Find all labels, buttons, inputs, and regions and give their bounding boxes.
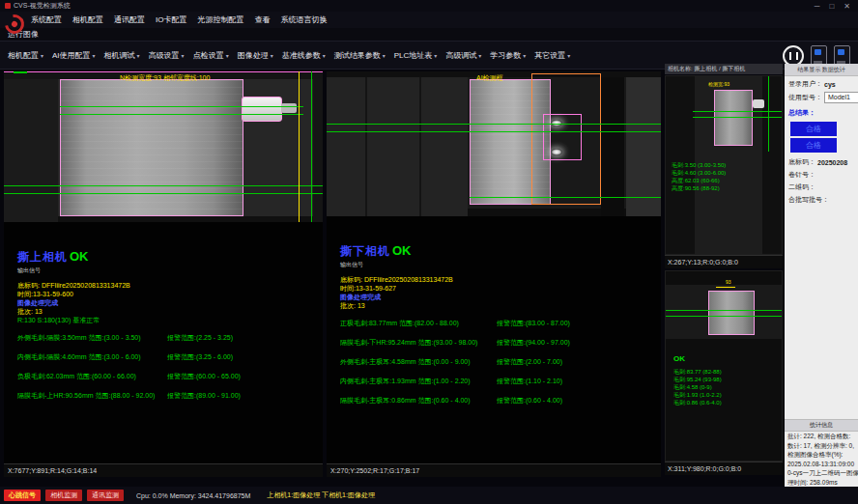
measure-line-green [327, 124, 661, 125]
pin-row: 卷针号： [785, 167, 858, 180]
preview-measure-line: 毛刺:95.24 (93-98) [673, 376, 722, 383]
preview-bottom-camera[interactable]: 93 OK 毛刺:83.77 (82-88) 毛刺:95.24 (93-98) … [665, 270, 783, 462]
chevron-down-icon: ▾ [383, 52, 386, 59]
menu-item-language-switch[interactable]: 系统语言切换 [280, 14, 327, 25]
toolbar-label: 测试结果参数 [334, 50, 381, 61]
toolbar-item-camera-config[interactable]: 相机配置▾ [8, 50, 43, 61]
statistics-line: 批计: 222, 检测合格数: [785, 432, 858, 441]
alarm-range: 报警范围:(2.00 - 7.00) [497, 357, 562, 367]
alarm-range: 报警范围:(89.00 - 91.00) [167, 391, 241, 401]
processing-status-text: 上相机1:图像处理 下相机1:图像处理 [267, 490, 375, 500]
toolbar-item-image-processing[interactable]: 图像处理▾ [238, 50, 273, 61]
title-bar: CVS-视觉检测系统 ─ □ ✕ [0, 0, 858, 12]
toolbar-item-ai-usage-config[interactable]: AI使用配置▾ [52, 50, 96, 61]
processing-done-line: 图像处理完成 [17, 298, 319, 307]
preview-measurements: 毛刺:83.77 (82-88) 毛刺:95.24 (93-98) 毛刺:4.5… [673, 368, 722, 406]
chevron-down-icon: ▾ [41, 52, 43, 59]
toolbar-item-plc-address-table[interactable]: PLC地址表▾ [394, 50, 438, 61]
menu-item-view[interactable]: 查看 [254, 14, 270, 25]
measure-line-green [693, 117, 783, 118]
alarm-range: 报警范围:(3.25 - 6.00) [167, 352, 233, 362]
result-status-ok: OK [392, 243, 412, 258]
login-user-value: cys [824, 81, 836, 88]
coordinate-readout-right: X:270;Y:2502;R:17;G:17;B:17 [327, 463, 661, 477]
toolbar-item-spot-check[interactable]: 点检设置▾ [193, 50, 229, 61]
measure-line-green [60, 106, 303, 107]
toolbar-item-learning-params[interactable]: 学习参数▾ [490, 50, 526, 61]
preview-connector [753, 99, 764, 108]
cell-part-left [60, 79, 243, 216]
total-result-label: 总结果： [785, 103, 858, 120]
preview-measure-line: 毛刺:1.93 (1.0-2.2) [673, 391, 722, 399]
coordinate-readout-left: X:7677;Y:891;R:14;G:14;B:14 [4, 463, 323, 477]
measurement-rows: 外侧毛刺-隔膜:3.50mm 范围:(3.00 - 3.50)报警范围:(2.2… [17, 333, 319, 401]
toolbar-item-advanced-debug[interactable]: 高级调试▾ [445, 50, 481, 61]
toolbar-item-other-settings[interactable]: 其它设置▾ [534, 50, 570, 61]
camera-canvas-right[interactable]: AI检测框 [327, 71, 661, 216]
pin-label: 卷针号： [788, 170, 815, 180]
alarm-range: 报警范围:(60.00 - 65.00) [167, 372, 241, 381]
measure-tick-yellow [716, 287, 735, 288]
measure-line-green-vertical [311, 71, 312, 222]
reference-line: R:130 S:180(130) 基准正常 [17, 316, 319, 324]
pause-icon [789, 52, 798, 60]
measurement-row: 隔膜毛刺-上HR:90.56mm 范围:(88.00 - 92.00)报警范围:… [17, 391, 319, 401]
maximize-button[interactable]: □ [829, 2, 834, 11]
measurement-value: 内侧毛刺-隔膜:4.60mm 范围:(3.00 - 6.00) [17, 352, 167, 362]
measurement-row: 内侧毛刺-隔膜:4.60mm 范围:(3.00 - 6.00)报警范围:(3.2… [17, 352, 319, 362]
toolbar-label: 高级设置 [149, 50, 180, 61]
processing-done-line: 图像处理完成 [340, 293, 657, 301]
menu-item-system-config[interactable]: 系统配置 [31, 14, 62, 25]
qr-row: 二维码： [785, 180, 858, 192]
preview-part [714, 90, 753, 146]
model-label: 使用型号： [788, 93, 822, 102]
minimize-button[interactable]: ─ [815, 2, 820, 11]
chevron-down-icon: ▾ [523, 52, 526, 59]
barcode-row: 底标码： 20250208 [785, 154, 858, 167]
chevron-down-icon: ▾ [271, 52, 273, 59]
model-select[interactable]: Model1 [824, 92, 858, 103]
batch-line: 批次: 13 [340, 301, 657, 310]
menu-item-io-config[interactable]: IO卡配置 [156, 14, 186, 25]
heartbeat-indicator: 心跳信号 [4, 490, 41, 501]
result-panel-right: 撕下相机OK 输出信号 底标码: DFFIiire202502081331347… [327, 216, 661, 463]
toolbar-item-advanced-settings[interactable]: 高级设置▾ [149, 50, 185, 61]
result-panel-left: 撕上相机OK 输出信号 底标码: DFFIiire202502081331347… [4, 222, 323, 463]
measurement-row: 外侧毛刺-主极耳:4.58mm 范围:(0.00 - 9.00)报警范围:(2.… [340, 357, 657, 367]
camera-view-left: N检测宽度:93 相邻宽度线:100 撕上相机OK 输出信号 底标码: DFFI… [4, 71, 323, 477]
measurement-row: 隔膜毛刺-主极耳:0.86mm 范围:(0.60 - 4.00)报警范围:(0.… [340, 396, 657, 406]
app-icon [5, 3, 11, 9]
statistics-line: 理时间: 258.09ms [785, 478, 858, 488]
statistics-panel: 统计信息 批计: 222, 检测合格数: 数计: 17, 检测分辨率: 0, 检… [785, 419, 858, 487]
alarm-range: 报警范围:(0.60 - 4.00) [497, 396, 562, 406]
status-bar: 心跳信号 相机监测 通讯监测 Cpu: 0.0% Memory: 3424.41… [0, 487, 858, 504]
output-signal-label: 输出信号 [17, 266, 319, 275]
window-controls: ─ □ ✕ [815, 2, 853, 11]
batch-write-row: 合批写批号： [785, 192, 858, 205]
menu-item-comm-config[interactable]: 通讯配置 [114, 14, 145, 25]
toolbar-item-baseline-params[interactable]: 基准线参数▾ [282, 50, 326, 61]
comm-monitor-indicator: 通讯监测 [87, 490, 124, 501]
measure-line-green [666, 310, 783, 311]
sidebar-header: 结果显示 数据统计 [785, 64, 858, 76]
sidebar: 结果显示 数据统计 登录用户： cys 使用型号： Model1 总结果： 合格… [785, 64, 858, 487]
menu-bar: 系统配置 相机配置 通讯配置 IO卡配置 光源控制配置 查看 系统语言切换 [0, 12, 858, 28]
preview-measure-line: 毛刺:4.60 (3.00-6.00) [672, 169, 726, 177]
toolbar-item-camera-debug[interactable]: 相机调试▾ [104, 50, 140, 61]
preview-measurements: 毛刺:3.50 (3.00-3.50) 毛刺:4.60 (3.00-6.00) … [672, 161, 726, 192]
camera-names-header: 相机名称: 撕上相机 / 撕下相机 [665, 64, 783, 74]
preview-top-camera[interactable]: 检测宽:93 毛刺:3.50 (3.00-3.50) 毛刺:4.60 (3.00… [665, 75, 783, 255]
result-box-top: 合格 [790, 122, 837, 136]
menu-item-light-config[interactable]: 光源控制配置 [197, 14, 243, 25]
statistics-line: 0-cys一刀上二维码一图像处 [785, 468, 858, 478]
measure-line-green [470, 197, 661, 198]
roi-annotation: N检测宽度:93 相邻宽度线:100 [120, 73, 210, 83]
measure-line-yellow [299, 71, 300, 222]
cpu-memory-readout: Cpu: 0.0% Memory: 3424.41796875M [136, 492, 250, 499]
camera-canvas-left[interactable]: N检测宽度:93 相邻宽度线:100 [4, 71, 323, 222]
toolbar-item-test-result-params[interactable]: 测试结果参数▾ [334, 50, 386, 61]
close-button[interactable]: ✕ [844, 2, 850, 11]
preview-measure-line: 毛刺:83.77 (82-88) [673, 368, 722, 376]
menu-item-camera-config[interactable]: 相机配置 [72, 14, 103, 25]
login-user-row: 登录用户： cys [785, 76, 858, 89]
